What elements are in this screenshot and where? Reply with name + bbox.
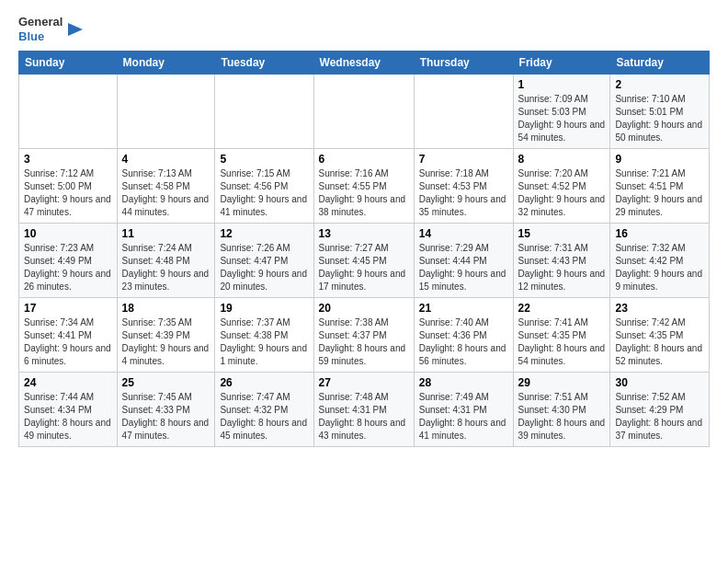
day-cell: 3Sunrise: 7:12 AMSunset: 5:00 PMDaylight…	[19, 149, 118, 224]
day-info: Sunrise: 7:48 AMSunset: 4:31 PMDaylight:…	[319, 391, 409, 442]
day-info: Sunrise: 7:32 AMSunset: 4:42 PMDaylight:…	[615, 242, 704, 293]
day-cell	[215, 75, 313, 149]
day-cell: 10Sunrise: 7:23 AMSunset: 4:49 PMDayligh…	[19, 224, 118, 298]
day-number: 8	[518, 153, 606, 166]
day-number: 18	[122, 302, 210, 315]
logo-text-general: General	[18, 15, 63, 29]
day-cell: 11Sunrise: 7:24 AMSunset: 4:48 PMDayligh…	[117, 224, 215, 298]
day-number: 5	[220, 153, 308, 166]
day-info: Sunrise: 7:45 AMSunset: 4:33 PMDaylight:…	[122, 391, 210, 442]
day-cell: 20Sunrise: 7:38 AMSunset: 4:37 PMDayligh…	[313, 298, 414, 373]
day-number: 15	[518, 227, 606, 240]
day-info: Sunrise: 7:13 AMSunset: 4:58 PMDaylight:…	[122, 167, 210, 219]
day-cell: 28Sunrise: 7:49 AMSunset: 4:31 PMDayligh…	[414, 373, 513, 447]
col-header-sunday: Sunday	[19, 52, 118, 75]
day-cell	[19, 75, 118, 149]
day-cell: 22Sunrise: 7:41 AMSunset: 4:35 PMDayligh…	[513, 298, 610, 373]
day-cell: 29Sunrise: 7:51 AMSunset: 4:30 PMDayligh…	[513, 373, 610, 447]
day-cell: 7Sunrise: 7:18 AMSunset: 4:53 PMDaylight…	[414, 149, 513, 224]
day-cell: 24Sunrise: 7:44 AMSunset: 4:34 PMDayligh…	[19, 373, 118, 447]
day-cell: 1Sunrise: 7:09 AMSunset: 5:03 PMDaylight…	[513, 75, 610, 149]
col-header-friday: Friday	[513, 52, 610, 75]
day-cell	[313, 75, 414, 149]
day-number: 19	[220, 302, 308, 315]
svg-marker-0	[68, 23, 83, 36]
week-row-3: 10Sunrise: 7:23 AMSunset: 4:49 PMDayligh…	[19, 224, 710, 298]
day-cell: 26Sunrise: 7:47 AMSunset: 4:32 PMDayligh…	[215, 373, 313, 447]
day-cell: 2Sunrise: 7:10 AMSunset: 5:01 PMDaylight…	[610, 75, 710, 149]
day-cell: 5Sunrise: 7:15 AMSunset: 4:56 PMDaylight…	[215, 149, 313, 224]
day-info: Sunrise: 7:18 AMSunset: 4:53 PMDaylight:…	[419, 167, 508, 219]
day-number: 7	[419, 153, 508, 166]
day-info: Sunrise: 7:52 AMSunset: 4:29 PMDaylight:…	[615, 391, 704, 442]
day-number: 17	[24, 302, 112, 315]
day-info: Sunrise: 7:31 AMSunset: 4:43 PMDaylight:…	[518, 242, 606, 293]
day-info: Sunrise: 7:15 AMSunset: 4:56 PMDaylight:…	[220, 167, 308, 219]
day-cell: 15Sunrise: 7:31 AMSunset: 4:43 PMDayligh…	[513, 224, 610, 298]
day-cell: 23Sunrise: 7:42 AMSunset: 4:35 PMDayligh…	[610, 298, 710, 373]
day-cell: 21Sunrise: 7:40 AMSunset: 4:36 PMDayligh…	[414, 298, 513, 373]
week-row-4: 17Sunrise: 7:34 AMSunset: 4:41 PMDayligh…	[19, 298, 710, 373]
day-info: Sunrise: 7:20 AMSunset: 4:52 PMDaylight:…	[518, 167, 606, 219]
day-info: Sunrise: 7:49 AMSunset: 4:31 PMDaylight:…	[419, 391, 508, 442]
day-cell: 16Sunrise: 7:32 AMSunset: 4:42 PMDayligh…	[610, 224, 710, 298]
logo-icon	[64, 19, 85, 40]
day-cell	[414, 75, 513, 149]
col-header-wednesday: Wednesday	[313, 52, 414, 75]
day-number: 3	[24, 153, 112, 166]
day-number: 28	[419, 376, 508, 389]
logo: General Blue	[18, 15, 85, 43]
day-info: Sunrise: 7:42 AMSunset: 4:35 PMDaylight:…	[615, 316, 704, 368]
day-cell: 18Sunrise: 7:35 AMSunset: 4:39 PMDayligh…	[117, 298, 215, 373]
day-cell: 30Sunrise: 7:52 AMSunset: 4:29 PMDayligh…	[610, 373, 710, 447]
day-number: 23	[615, 302, 704, 315]
day-info: Sunrise: 7:35 AMSunset: 4:39 PMDaylight:…	[122, 316, 210, 368]
day-number: 2	[615, 78, 704, 91]
day-info: Sunrise: 7:37 AMSunset: 4:38 PMDaylight:…	[220, 316, 308, 368]
week-row-2: 3Sunrise: 7:12 AMSunset: 5:00 PMDaylight…	[19, 149, 710, 224]
day-info: Sunrise: 7:34 AMSunset: 4:41 PMDaylight:…	[24, 316, 112, 368]
day-cell: 25Sunrise: 7:45 AMSunset: 4:33 PMDayligh…	[117, 373, 215, 447]
day-info: Sunrise: 7:10 AMSunset: 5:01 PMDaylight:…	[615, 93, 704, 144]
day-number: 29	[518, 376, 606, 389]
day-cell: 27Sunrise: 7:48 AMSunset: 4:31 PMDayligh…	[313, 373, 414, 447]
day-info: Sunrise: 7:51 AMSunset: 4:30 PMDaylight:…	[518, 391, 606, 442]
day-number: 20	[319, 302, 409, 315]
day-info: Sunrise: 7:23 AMSunset: 4:49 PMDaylight:…	[24, 242, 112, 293]
day-cell: 6Sunrise: 7:16 AMSunset: 4:55 PMDaylight…	[313, 149, 414, 224]
day-info: Sunrise: 7:41 AMSunset: 4:35 PMDaylight:…	[518, 316, 606, 368]
day-number: 9	[615, 153, 704, 166]
col-header-saturday: Saturday	[610, 52, 710, 75]
day-number: 24	[24, 376, 112, 389]
day-number: 16	[615, 227, 704, 240]
day-number: 13	[319, 227, 409, 240]
day-cell: 17Sunrise: 7:34 AMSunset: 4:41 PMDayligh…	[19, 298, 118, 373]
day-number: 25	[122, 376, 210, 389]
day-cell: 14Sunrise: 7:29 AMSunset: 4:44 PMDayligh…	[414, 224, 513, 298]
day-number: 30	[615, 376, 704, 389]
day-number: 27	[319, 376, 409, 389]
logo-text-blue: Blue	[18, 29, 63, 44]
day-number: 21	[419, 302, 508, 315]
day-number: 4	[122, 153, 210, 166]
day-info: Sunrise: 7:44 AMSunset: 4:34 PMDaylight:…	[24, 391, 112, 442]
col-header-tuesday: Tuesday	[215, 52, 313, 75]
col-header-thursday: Thursday	[414, 52, 513, 75]
day-number: 6	[319, 153, 409, 166]
calendar-header-row: SundayMondayTuesdayWednesdayThursdayFrid…	[19, 52, 710, 75]
day-cell: 12Sunrise: 7:26 AMSunset: 4:47 PMDayligh…	[215, 224, 313, 298]
day-info: Sunrise: 7:38 AMSunset: 4:37 PMDaylight:…	[319, 316, 409, 368]
day-number: 26	[220, 376, 308, 389]
week-row-5: 24Sunrise: 7:44 AMSunset: 4:34 PMDayligh…	[19, 373, 710, 447]
day-number: 22	[518, 302, 606, 315]
day-number: 11	[122, 227, 210, 240]
header: General Blue	[18, 15, 710, 43]
logo-wrapper: General Blue	[18, 15, 85, 43]
day-info: Sunrise: 7:12 AMSunset: 5:00 PMDaylight:…	[24, 167, 112, 219]
day-info: Sunrise: 7:29 AMSunset: 4:44 PMDaylight:…	[419, 242, 508, 293]
day-cell	[117, 75, 215, 149]
day-cell: 4Sunrise: 7:13 AMSunset: 4:58 PMDaylight…	[117, 149, 215, 224]
day-cell: 9Sunrise: 7:21 AMSunset: 4:51 PMDaylight…	[610, 149, 710, 224]
day-info: Sunrise: 7:24 AMSunset: 4:48 PMDaylight:…	[122, 242, 210, 293]
day-info: Sunrise: 7:26 AMSunset: 4:47 PMDaylight:…	[220, 242, 308, 293]
